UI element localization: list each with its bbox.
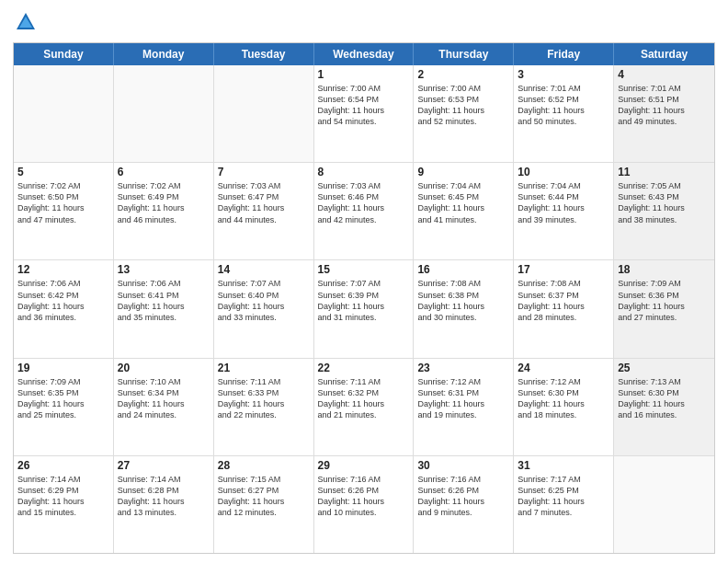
- day-cell-17: 17Sunrise: 7:08 AM Sunset: 6:37 PM Dayli…: [514, 260, 614, 357]
- day-number: 13: [118, 263, 210, 276]
- day-number: 30: [417, 459, 509, 472]
- calendar-row-1: 1Sunrise: 7:00 AM Sunset: 6:54 PM Daylig…: [14, 65, 714, 162]
- day-info: Sunrise: 7:13 AM Sunset: 6:30 PM Dayligh…: [618, 376, 711, 421]
- day-info: Sunrise: 7:05 AM Sunset: 6:43 PM Dayligh…: [618, 180, 711, 225]
- day-info: Sunrise: 7:04 AM Sunset: 6:44 PM Dayligh…: [518, 180, 609, 225]
- day-number: 4: [618, 68, 711, 81]
- day-cell-27: 27Sunrise: 7:14 AM Sunset: 6:28 PM Dayli…: [114, 456, 214, 553]
- day-cell-3: 3Sunrise: 7:01 AM Sunset: 6:52 PM Daylig…: [514, 65, 614, 162]
- day-cell-7: 7Sunrise: 7:03 AM Sunset: 6:47 PM Daylig…: [214, 163, 314, 259]
- day-cell-empty-0-2: [214, 65, 314, 162]
- day-number: 8: [318, 166, 410, 178]
- day-number: 6: [118, 166, 210, 178]
- day-cell-9: 9Sunrise: 7:04 AM Sunset: 6:45 PM Daylig…: [414, 163, 514, 259]
- day-cell-20: 20Sunrise: 7:10 AM Sunset: 6:34 PM Dayli…: [114, 359, 214, 455]
- day-cell-8: 8Sunrise: 7:03 AM Sunset: 6:46 PM Daylig…: [314, 163, 415, 259]
- header: [13, 9, 715, 35]
- day-number: 5: [17, 166, 109, 178]
- day-info: Sunrise: 7:00 AM Sunset: 6:53 PM Dayligh…: [417, 83, 509, 128]
- day-cell-25: 25Sunrise: 7:13 AM Sunset: 6:30 PM Dayli…: [614, 359, 714, 455]
- day-cell-18: 18Sunrise: 7:09 AM Sunset: 6:36 PM Dayli…: [614, 260, 714, 357]
- logo-icon: [13, 9, 39, 35]
- day-info: Sunrise: 7:16 AM Sunset: 6:26 PM Dayligh…: [318, 474, 410, 519]
- logo: [13, 9, 42, 35]
- day-cell-24: 24Sunrise: 7:12 AM Sunset: 6:30 PM Dayli…: [514, 359, 614, 455]
- day-info: Sunrise: 7:03 AM Sunset: 6:46 PM Dayligh…: [318, 180, 410, 225]
- weekday-header-thursday: Thursday: [414, 43, 514, 65]
- day-number: 10: [518, 166, 609, 178]
- day-cell-2: 2Sunrise: 7:00 AM Sunset: 6:53 PM Daylig…: [414, 65, 514, 162]
- day-cell-empty-0-0: [14, 65, 114, 162]
- day-number: 23: [417, 362, 509, 374]
- day-number: 9: [417, 166, 509, 178]
- day-info: Sunrise: 7:11 AM Sunset: 6:32 PM Dayligh…: [318, 376, 410, 421]
- day-info: Sunrise: 7:07 AM Sunset: 6:39 PM Dayligh…: [318, 278, 410, 323]
- day-info: Sunrise: 7:11 AM Sunset: 6:33 PM Dayligh…: [218, 376, 310, 421]
- day-number: 18: [618, 263, 711, 276]
- day-info: Sunrise: 7:12 AM Sunset: 6:30 PM Dayligh…: [518, 376, 609, 421]
- day-info: Sunrise: 7:15 AM Sunset: 6:27 PM Dayligh…: [218, 474, 310, 519]
- calendar-row-5: 26Sunrise: 7:14 AM Sunset: 6:29 PM Dayli…: [14, 455, 714, 553]
- day-cell-26: 26Sunrise: 7:14 AM Sunset: 6:29 PM Dayli…: [14, 456, 114, 553]
- day-cell-22: 22Sunrise: 7:11 AM Sunset: 6:32 PM Dayli…: [314, 359, 415, 455]
- day-number: 26: [17, 459, 109, 472]
- page: SundayMondayTuesdayWednesdayThursdayFrid…: [0, 0, 728, 563]
- day-info: Sunrise: 7:09 AM Sunset: 6:35 PM Dayligh…: [17, 376, 109, 421]
- day-info: Sunrise: 7:06 AM Sunset: 6:42 PM Dayligh…: [17, 278, 109, 323]
- day-cell-12: 12Sunrise: 7:06 AM Sunset: 6:42 PM Dayli…: [14, 260, 114, 357]
- calendar-row-3: 12Sunrise: 7:06 AM Sunset: 6:42 PM Dayli…: [14, 259, 714, 357]
- day-number: 2: [417, 68, 509, 81]
- day-info: Sunrise: 7:08 AM Sunset: 6:38 PM Dayligh…: [417, 278, 509, 323]
- day-number: 28: [218, 459, 310, 472]
- day-cell-empty-0-1: [114, 65, 214, 162]
- day-cell-28: 28Sunrise: 7:15 AM Sunset: 6:27 PM Dayli…: [214, 456, 314, 553]
- day-number: 12: [17, 263, 109, 276]
- day-cell-10: 10Sunrise: 7:04 AM Sunset: 6:44 PM Dayli…: [514, 163, 614, 259]
- weekday-header-friday: Friday: [514, 43, 614, 65]
- day-number: 29: [318, 459, 410, 472]
- day-cell-21: 21Sunrise: 7:11 AM Sunset: 6:33 PM Dayli…: [214, 359, 314, 455]
- day-info: Sunrise: 7:06 AM Sunset: 6:41 PM Dayligh…: [118, 278, 210, 323]
- day-info: Sunrise: 7:12 AM Sunset: 6:31 PM Dayligh…: [417, 376, 509, 421]
- day-cell-11: 11Sunrise: 7:05 AM Sunset: 6:43 PM Dayli…: [614, 163, 714, 259]
- day-cell-4: 4Sunrise: 7:01 AM Sunset: 6:51 PM Daylig…: [614, 65, 714, 162]
- day-info: Sunrise: 7:01 AM Sunset: 6:52 PM Dayligh…: [518, 83, 609, 128]
- day-number: 15: [318, 263, 410, 276]
- calendar: SundayMondayTuesdayWednesdayThursdayFrid…: [13, 42, 715, 554]
- day-cell-1: 1Sunrise: 7:00 AM Sunset: 6:54 PM Daylig…: [314, 65, 415, 162]
- weekday-header-tuesday: Tuesday: [214, 43, 314, 65]
- day-number: 20: [118, 362, 210, 374]
- day-number: 17: [518, 263, 609, 276]
- day-number: 7: [218, 166, 310, 178]
- day-number: 14: [218, 263, 310, 276]
- day-cell-empty-4-6: [614, 456, 714, 553]
- day-info: Sunrise: 7:02 AM Sunset: 6:49 PM Dayligh…: [118, 180, 210, 225]
- day-cell-5: 5Sunrise: 7:02 AM Sunset: 6:50 PM Daylig…: [14, 163, 114, 259]
- day-info: Sunrise: 7:16 AM Sunset: 6:26 PM Dayligh…: [417, 474, 509, 519]
- day-number: 11: [618, 166, 711, 178]
- day-info: Sunrise: 7:17 AM Sunset: 6:25 PM Dayligh…: [518, 474, 609, 519]
- day-info: Sunrise: 7:02 AM Sunset: 6:50 PM Dayligh…: [17, 180, 109, 225]
- weekday-header-wednesday: Wednesday: [314, 43, 415, 65]
- day-cell-15: 15Sunrise: 7:07 AM Sunset: 6:39 PM Dayli…: [314, 260, 415, 357]
- day-info: Sunrise: 7:14 AM Sunset: 6:29 PM Dayligh…: [17, 474, 109, 519]
- day-info: Sunrise: 7:14 AM Sunset: 6:28 PM Dayligh…: [118, 474, 210, 519]
- day-number: 3: [518, 68, 609, 81]
- day-number: 16: [417, 263, 509, 276]
- day-number: 24: [518, 362, 609, 374]
- day-info: Sunrise: 7:10 AM Sunset: 6:34 PM Dayligh…: [118, 376, 210, 421]
- weekday-header-monday: Monday: [114, 43, 214, 65]
- weekday-header-saturday: Saturday: [614, 43, 714, 65]
- weekday-header-sunday: Sunday: [14, 43, 114, 65]
- day-cell-16: 16Sunrise: 7:08 AM Sunset: 6:38 PM Dayli…: [414, 260, 514, 357]
- day-info: Sunrise: 7:09 AM Sunset: 6:36 PM Dayligh…: [618, 278, 711, 323]
- calendar-header: SundayMondayTuesdayWednesdayThursdayFrid…: [14, 43, 714, 65]
- day-cell-13: 13Sunrise: 7:06 AM Sunset: 6:41 PM Dayli…: [114, 260, 214, 357]
- day-number: 21: [218, 362, 310, 374]
- day-info: Sunrise: 7:00 AM Sunset: 6:54 PM Dayligh…: [318, 83, 410, 128]
- day-number: 1: [318, 68, 410, 81]
- day-number: 19: [17, 362, 109, 374]
- day-info: Sunrise: 7:08 AM Sunset: 6:37 PM Dayligh…: [518, 278, 609, 323]
- day-number: 25: [618, 362, 711, 374]
- day-cell-23: 23Sunrise: 7:12 AM Sunset: 6:31 PM Dayli…: [414, 359, 514, 455]
